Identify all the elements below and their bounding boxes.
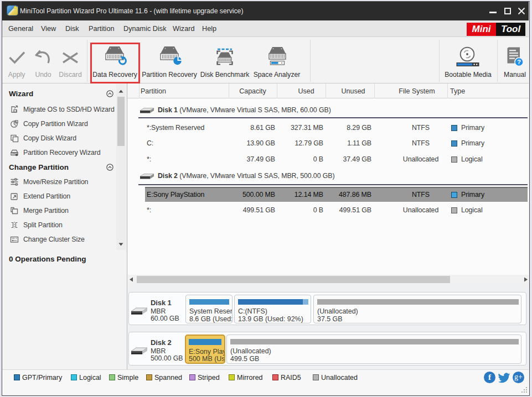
svg-text:?: ? — [517, 59, 521, 65]
